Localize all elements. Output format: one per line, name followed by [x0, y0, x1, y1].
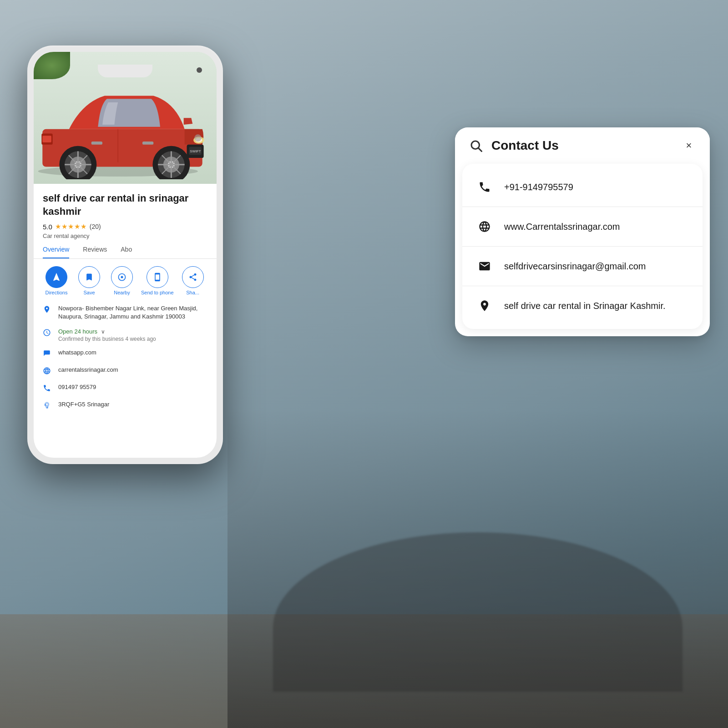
- plus-code-text[interactable]: 3RQF+G5 Srinagar: [58, 400, 109, 409]
- tab-overview[interactable]: Overview: [43, 246, 69, 258]
- tabs-row: Overview Reviews Abo: [34, 246, 217, 259]
- svg-rect-34: [44, 404, 46, 405]
- phone-camera: [197, 67, 202, 73]
- svg-text:SWIFT: SWIFT: [190, 149, 201, 153]
- phone-notch: [98, 65, 152, 77]
- contact-card: Contact Us × +91-9149795579 www.Carrenta…: [455, 127, 710, 336]
- search-icon: [469, 139, 483, 152]
- address-icon: [43, 305, 52, 315]
- contact-email-text: selfdrivecarsinsrinagar@gmail.com: [504, 260, 646, 273]
- directions-button[interactable]: Directions: [43, 266, 70, 295]
- phone-row: 091497 95579: [43, 383, 207, 394]
- nearby-label: Nearby: [114, 290, 130, 295]
- share-label: Sha...: [186, 290, 199, 295]
- nearby-button[interactable]: Nearby: [108, 266, 136, 295]
- contact-phone-icon: [475, 177, 494, 197]
- contact-email-icon: [475, 257, 494, 276]
- maps-content: self drive car rental in srinagar kashmi…: [34, 184, 217, 426]
- hours-confirmed: Confirmed by this business 4 weeks ago: [58, 336, 156, 342]
- tab-reviews[interactable]: Reviews: [83, 246, 107, 258]
- business-category: Car rental agency: [43, 233, 207, 239]
- nearby-icon: [111, 266, 133, 288]
- tab-about[interactable]: Abo: [121, 246, 132, 258]
- contact-email-item[interactable]: selfdrivecarsinsrinagar@gmail.com: [462, 247, 703, 286]
- share-button[interactable]: Sha...: [179, 266, 207, 295]
- website-icon: [43, 367, 52, 377]
- search-icon-wrap: [468, 137, 484, 154]
- address-text: Nowpora- Bishember Nagar Link, near Gree…: [58, 304, 207, 321]
- contact-location-icon: [475, 296, 494, 315]
- svg-rect-8: [42, 136, 51, 142]
- whatsapp-icon: [43, 349, 52, 359]
- contact-body: +91-9149795579 www.Carrentalssrinagar.co…: [462, 164, 703, 329]
- svg-rect-26: [142, 142, 153, 145]
- rating-row: 5.0 ★★★★★ (20): [43, 222, 207, 231]
- svg-rect-36: [46, 407, 49, 408]
- stars: ★★★★★: [55, 222, 87, 231]
- action-buttons: Directions Save Nearby: [43, 266, 207, 295]
- contact-phone-text: +91-9149795579: [504, 181, 573, 193]
- reviews-count: (20): [90, 223, 101, 230]
- rating-number: 5.0: [43, 223, 52, 231]
- plus-code-row: 3RQF+G5 Srinagar: [43, 400, 207, 411]
- contact-title: Contact Us: [491, 138, 673, 153]
- hours-row: Open 24 hours ∨ Confirmed by this busine…: [43, 328, 207, 342]
- contact-location-item[interactable]: self drive car rental in Srinagar Kashmi…: [462, 286, 703, 325]
- phone-icon: [43, 384, 52, 394]
- svg-line-38: [479, 148, 482, 152]
- hours-text-row: Open 24 hours ∨: [58, 328, 156, 336]
- phone-frame: SWIFT: [27, 46, 223, 464]
- plus-code-icon: [43, 401, 52, 411]
- send-label: Send to phone: [141, 290, 174, 295]
- contact-address-text: self drive car rental in Srinagar Kashmi…: [504, 299, 666, 312]
- whatsapp-row: whatsapp.com: [43, 349, 207, 359]
- contact-website-item[interactable]: www.Carrentalssrinagar.com: [462, 207, 703, 247]
- contact-header: Contact Us ×: [455, 127, 710, 164]
- contact-globe-icon: [475, 217, 494, 236]
- hours-chevron[interactable]: ∨: [101, 329, 105, 335]
- hours-text: Open 24 hours: [58, 328, 97, 336]
- phone-screen: SWIFT: [34, 52, 217, 458]
- send-to-phone-button[interactable]: Send to phone: [141, 266, 174, 295]
- contact-phone-item[interactable]: +91-9149795579: [462, 167, 703, 207]
- directions-label: Directions: [46, 290, 68, 295]
- send-icon: [147, 266, 168, 288]
- svg-point-28: [194, 134, 202, 142]
- background-car: [228, 410, 728, 728]
- svg-rect-27: [91, 142, 102, 145]
- close-button[interactable]: ×: [681, 137, 697, 154]
- directions-icon: [46, 266, 67, 288]
- share-icon: [182, 266, 204, 288]
- save-icon: [78, 266, 100, 288]
- save-label: Save: [83, 290, 95, 295]
- red-car-svg: SWIFT: [34, 66, 216, 179]
- website-row: carrentalssrinagar.com: [43, 366, 207, 377]
- save-button[interactable]: Save: [76, 266, 103, 295]
- address-row: Nowpora- Bishember Nagar Link, near Gree…: [43, 304, 207, 321]
- phone-number-text[interactable]: 091497 95579: [58, 383, 96, 391]
- hours-icon: [43, 329, 52, 339]
- phone-mockup: SWIFT: [27, 46, 223, 464]
- svg-point-29: [121, 276, 123, 278]
- whatsapp-text[interactable]: whatsapp.com: [58, 349, 96, 357]
- contact-website-text: www.Carrentalssrinagar.com: [504, 220, 620, 233]
- website-text[interactable]: carrentalssrinagar.com: [58, 366, 118, 374]
- business-title: self drive car rental in srinagar kashmi…: [43, 192, 207, 218]
